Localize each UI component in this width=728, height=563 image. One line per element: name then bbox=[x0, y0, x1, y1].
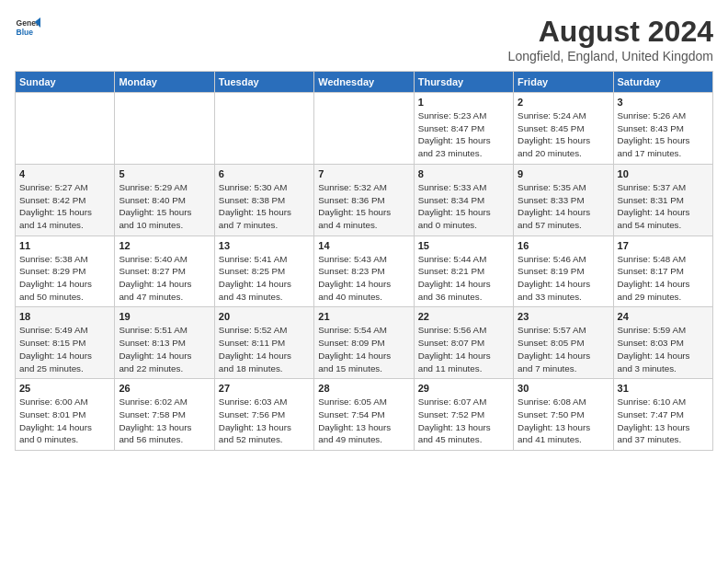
day-number: 1 bbox=[418, 97, 509, 108]
calendar-week-row: 4Sunrise: 5:27 AM Sunset: 8:42 PM Daylig… bbox=[16, 164, 713, 236]
weekday-header: Wednesday bbox=[314, 72, 414, 93]
calendar-cell: 31Sunrise: 6:10 AM Sunset: 7:47 PM Dayli… bbox=[613, 379, 712, 451]
calendar-week-row: 18Sunrise: 5:49 AM Sunset: 8:15 PM Dayli… bbox=[16, 307, 713, 379]
day-number: 10 bbox=[618, 168, 709, 179]
day-info: Sunrise: 6:08 AM Sunset: 7:50 PM Dayligh… bbox=[518, 396, 609, 446]
day-number: 23 bbox=[518, 311, 609, 322]
day-info: Sunrise: 5:40 AM Sunset: 8:27 PM Dayligh… bbox=[119, 253, 210, 304]
day-number: 31 bbox=[618, 383, 709, 394]
day-number: 7 bbox=[318, 168, 409, 179]
day-info: Sunrise: 5:59 AM Sunset: 8:03 PM Dayligh… bbox=[618, 324, 709, 374]
weekday-header: Friday bbox=[514, 72, 613, 93]
day-number: 6 bbox=[219, 168, 310, 179]
day-info: Sunrise: 6:05 AM Sunset: 7:54 PM Dayligh… bbox=[318, 396, 409, 446]
day-number: 17 bbox=[618, 240, 709, 251]
day-number: 13 bbox=[219, 240, 310, 251]
calendar-cell: 18Sunrise: 5:49 AM Sunset: 8:15 PM Dayli… bbox=[16, 307, 115, 379]
calendar-cell bbox=[115, 93, 214, 165]
day-info: Sunrise: 5:23 AM Sunset: 8:47 PM Dayligh… bbox=[418, 109, 509, 160]
day-number: 11 bbox=[19, 240, 110, 251]
day-info: Sunrise: 6:00 AM Sunset: 8:01 PM Dayligh… bbox=[19, 396, 110, 446]
calendar-cell bbox=[214, 93, 313, 165]
page-subtitle: Longfield, England, United Kingdom bbox=[508, 49, 713, 63]
day-info: Sunrise: 5:35 AM Sunset: 8:33 PM Dayligh… bbox=[518, 181, 609, 232]
calendar-cell: 28Sunrise: 6:05 AM Sunset: 7:54 PM Dayli… bbox=[314, 379, 414, 451]
day-info: Sunrise: 5:46 AM Sunset: 8:19 PM Dayligh… bbox=[518, 253, 609, 304]
day-number: 16 bbox=[518, 240, 609, 251]
day-info: Sunrise: 5:49 AM Sunset: 8:15 PM Dayligh… bbox=[19, 324, 110, 374]
day-number: 28 bbox=[318, 383, 409, 394]
calendar-cell bbox=[314, 93, 414, 165]
day-info: Sunrise: 6:02 AM Sunset: 7:58 PM Dayligh… bbox=[119, 396, 210, 446]
calendar-cell: 4Sunrise: 5:27 AM Sunset: 8:42 PM Daylig… bbox=[16, 164, 115, 236]
calendar-cell: 1Sunrise: 5:23 AM Sunset: 8:47 PM Daylig… bbox=[414, 93, 513, 165]
calendar-cell: 13Sunrise: 5:41 AM Sunset: 8:25 PM Dayli… bbox=[214, 236, 313, 307]
calendar-cell: 15Sunrise: 5:44 AM Sunset: 8:21 PM Dayli… bbox=[414, 236, 513, 307]
calendar-body: 1Sunrise: 5:23 AM Sunset: 8:47 PM Daylig… bbox=[16, 93, 713, 451]
weekday-header: Thursday bbox=[414, 72, 513, 93]
calendar-week-row: 1Sunrise: 5:23 AM Sunset: 8:47 PM Daylig… bbox=[16, 93, 713, 165]
title-block: August 2024 Longfield, England, United K… bbox=[508, 15, 713, 63]
day-number: 26 bbox=[119, 383, 210, 394]
day-number: 14 bbox=[318, 240, 409, 251]
calendar-cell: 22Sunrise: 5:56 AM Sunset: 8:07 PM Dayli… bbox=[414, 307, 513, 379]
day-info: Sunrise: 5:37 AM Sunset: 8:31 PM Dayligh… bbox=[618, 181, 709, 232]
day-info: Sunrise: 5:27 AM Sunset: 8:42 PM Dayligh… bbox=[19, 181, 110, 232]
calendar-week-row: 25Sunrise: 6:00 AM Sunset: 8:01 PM Dayli… bbox=[16, 379, 713, 451]
day-number: 12 bbox=[119, 240, 210, 251]
calendar-cell: 11Sunrise: 5:38 AM Sunset: 8:29 PM Dayli… bbox=[16, 236, 115, 307]
day-number: 29 bbox=[418, 383, 509, 394]
calendar-week-row: 11Sunrise: 5:38 AM Sunset: 8:29 PM Dayli… bbox=[16, 236, 713, 307]
page-title: August 2024 bbox=[508, 15, 713, 49]
day-number: 4 bbox=[19, 168, 110, 179]
calendar-cell: 30Sunrise: 6:08 AM Sunset: 7:50 PM Dayli… bbox=[514, 379, 613, 451]
calendar-cell: 29Sunrise: 6:07 AM Sunset: 7:52 PM Dayli… bbox=[414, 379, 513, 451]
day-number: 25 bbox=[19, 383, 110, 394]
logo-icon: General Blue bbox=[15, 15, 40, 40]
calendar-cell: 5Sunrise: 5:29 AM Sunset: 8:40 PM Daylig… bbox=[115, 164, 214, 236]
calendar-cell: 12Sunrise: 5:40 AM Sunset: 8:27 PM Dayli… bbox=[115, 236, 214, 307]
day-info: Sunrise: 5:52 AM Sunset: 8:11 PM Dayligh… bbox=[219, 324, 310, 374]
day-info: Sunrise: 5:56 AM Sunset: 8:07 PM Dayligh… bbox=[418, 324, 509, 374]
day-info: Sunrise: 5:24 AM Sunset: 8:45 PM Dayligh… bbox=[518, 109, 609, 160]
day-number: 18 bbox=[19, 311, 110, 322]
day-info: Sunrise: 5:44 AM Sunset: 8:21 PM Dayligh… bbox=[418, 253, 509, 304]
day-info: Sunrise: 5:33 AM Sunset: 8:34 PM Dayligh… bbox=[418, 181, 509, 232]
calendar-cell: 3Sunrise: 5:26 AM Sunset: 8:43 PM Daylig… bbox=[613, 93, 712, 165]
day-number: 19 bbox=[119, 311, 210, 322]
day-number: 20 bbox=[219, 311, 310, 322]
calendar-cell: 21Sunrise: 5:54 AM Sunset: 8:09 PM Dayli… bbox=[314, 307, 414, 379]
calendar-header: SundayMondayTuesdayWednesdayThursdayFrid… bbox=[16, 72, 713, 93]
day-number: 5 bbox=[119, 168, 210, 179]
day-number: 3 bbox=[618, 97, 709, 108]
page-header: General Blue August 2024 Longfield, Engl… bbox=[15, 15, 713, 63]
weekday-header: Tuesday bbox=[214, 72, 313, 93]
day-info: Sunrise: 5:32 AM Sunset: 8:36 PM Dayligh… bbox=[318, 181, 409, 232]
day-number: 9 bbox=[518, 168, 609, 179]
calendar-cell: 20Sunrise: 5:52 AM Sunset: 8:11 PM Dayli… bbox=[214, 307, 313, 379]
day-number: 15 bbox=[418, 240, 509, 251]
calendar-cell: 24Sunrise: 5:59 AM Sunset: 8:03 PM Dayli… bbox=[613, 307, 712, 379]
day-info: Sunrise: 5:26 AM Sunset: 8:43 PM Dayligh… bbox=[618, 109, 709, 160]
day-number: 2 bbox=[518, 97, 609, 108]
day-info: Sunrise: 5:38 AM Sunset: 8:29 PM Dayligh… bbox=[19, 253, 110, 304]
calendar-cell: 27Sunrise: 6:03 AM Sunset: 7:56 PM Dayli… bbox=[214, 379, 313, 451]
day-info: Sunrise: 5:29 AM Sunset: 8:40 PM Dayligh… bbox=[119, 181, 210, 232]
weekday-header: Monday bbox=[115, 72, 214, 93]
day-number: 30 bbox=[518, 383, 609, 394]
calendar-table: SundayMondayTuesdayWednesdayThursdayFrid… bbox=[15, 71, 713, 451]
calendar-cell: 19Sunrise: 5:51 AM Sunset: 8:13 PM Dayli… bbox=[115, 307, 214, 379]
day-info: Sunrise: 5:54 AM Sunset: 8:09 PM Dayligh… bbox=[318, 324, 409, 374]
day-info: Sunrise: 5:41 AM Sunset: 8:25 PM Dayligh… bbox=[219, 253, 310, 304]
calendar-cell: 16Sunrise: 5:46 AM Sunset: 8:19 PM Dayli… bbox=[514, 236, 613, 307]
calendar-cell: 17Sunrise: 5:48 AM Sunset: 8:17 PM Dayli… bbox=[613, 236, 712, 307]
weekday-header: Sunday bbox=[16, 72, 115, 93]
day-info: Sunrise: 5:48 AM Sunset: 8:17 PM Dayligh… bbox=[618, 253, 709, 304]
day-info: Sunrise: 5:43 AM Sunset: 8:23 PM Dayligh… bbox=[318, 253, 409, 304]
calendar-cell: 9Sunrise: 5:35 AM Sunset: 8:33 PM Daylig… bbox=[514, 164, 613, 236]
calendar-cell: 26Sunrise: 6:02 AM Sunset: 7:58 PM Dayli… bbox=[115, 379, 214, 451]
day-number: 21 bbox=[318, 311, 409, 322]
day-info: Sunrise: 5:30 AM Sunset: 8:38 PM Dayligh… bbox=[219, 181, 310, 232]
svg-text:Blue: Blue bbox=[17, 28, 34, 37]
logo: General Blue bbox=[15, 15, 40, 40]
